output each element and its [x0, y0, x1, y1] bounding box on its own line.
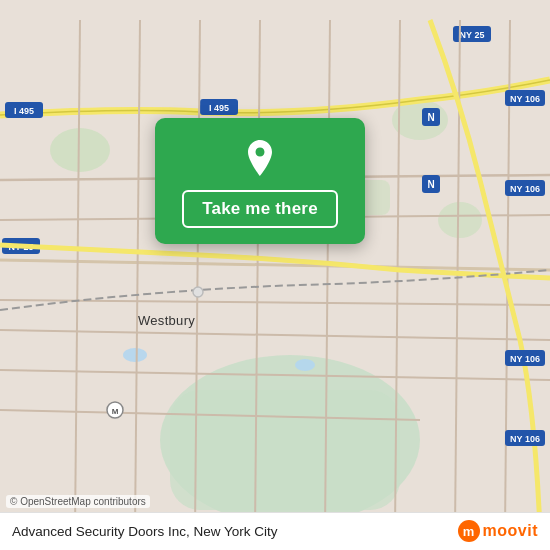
svg-text:Westbury: Westbury	[138, 313, 195, 328]
svg-text:N: N	[427, 112, 434, 123]
map-container: I 495 I 495 NY 25 NY 25	[0, 0, 550, 550]
svg-point-47	[193, 287, 203, 297]
svg-point-3	[50, 128, 110, 172]
svg-text:NY 106: NY 106	[510, 354, 540, 364]
svg-point-49	[256, 148, 264, 156]
moovit-logo: m moovit	[458, 520, 538, 542]
osm-attribution: © OpenStreetMap contributors	[6, 495, 150, 508]
svg-text:I 495: I 495	[14, 106, 34, 116]
svg-text:I 495: I 495	[209, 103, 229, 113]
svg-rect-2	[170, 390, 400, 510]
location-text: Advanced Security Doors Inc, New York Ci…	[12, 524, 278, 539]
svg-text:NY 106: NY 106	[510, 184, 540, 194]
location-pin-icon	[238, 136, 282, 180]
svg-text:M: M	[112, 407, 119, 416]
svg-text:NY 106: NY 106	[510, 94, 540, 104]
moovit-text: moovit	[483, 522, 538, 540]
take-me-there-button[interactable]: Take me there	[182, 190, 338, 228]
svg-text:NY 25: NY 25	[460, 30, 485, 40]
popup-card: Take me there	[155, 118, 365, 244]
svg-text:N: N	[427, 179, 434, 190]
map-svg: I 495 I 495 NY 25 NY 25	[0, 0, 550, 550]
moovit-m-icon: m	[458, 520, 480, 542]
bottom-bar: Advanced Security Doors Inc, New York Ci…	[0, 512, 550, 550]
svg-point-5	[438, 202, 482, 238]
svg-text:NY 106: NY 106	[510, 434, 540, 444]
svg-point-8	[295, 359, 315, 371]
svg-point-7	[123, 348, 147, 362]
